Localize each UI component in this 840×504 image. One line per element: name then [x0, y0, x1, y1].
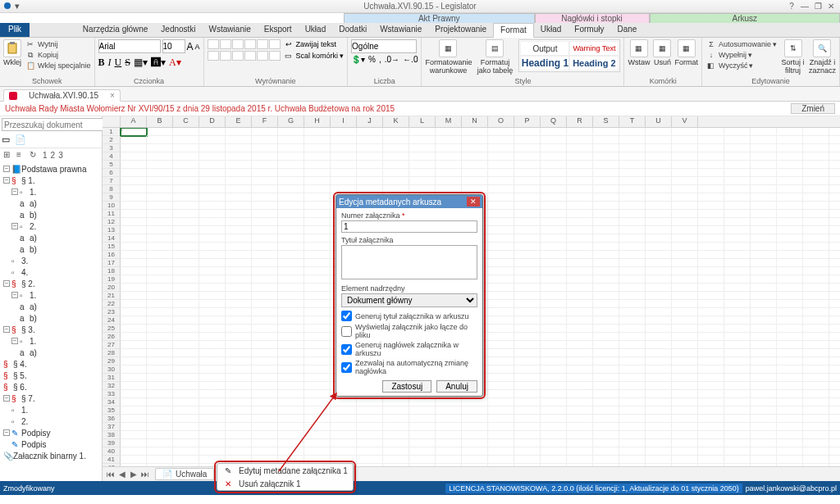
insert-cells-button[interactable]: ▦Wstaw — [628, 39, 650, 66]
conditional-format-button[interactable]: ▦Formatowanie warunkowe — [425, 39, 471, 75]
numer-input[interactable] — [341, 220, 477, 233]
chk-wyswietlaj-lacze[interactable]: Wyświetlaj załącznik jako łącze do pliku — [341, 323, 477, 339]
delete-icon: ▦ — [653, 39, 671, 57]
view-3[interactable]: 3 — [58, 151, 63, 160]
bold-button[interactable]: B — [98, 57, 105, 69]
dec-decimal-button[interactable]: ←.0 — [403, 55, 418, 64]
tytul-textarea[interactable] — [341, 245, 477, 279]
group-edytowanie: ΣAutosumowanie▾ ↓Wypełnij▾ ◧Wyczyść▾ ⇅So… — [702, 38, 840, 86]
tab-narzedzia[interactable]: Narzędzia główne — [76, 23, 155, 37]
cond-format-icon: ▦ — [439, 39, 457, 57]
wrap-icon: ↩ — [283, 39, 294, 49]
font-grow-icon[interactable]: A — [187, 41, 194, 52]
tab-dodatki[interactable]: Dodatki — [332, 23, 373, 37]
autosum-button[interactable]: ΣAutosumowanie▾ — [705, 39, 777, 49]
tab-file[interactable]: Plik — [0, 23, 30, 37]
dialog-close-button[interactable]: ✕ — [467, 197, 480, 207]
sheet-tab-uchwala[interactable]: 📄Uchwała — [155, 468, 214, 480]
document-tab[interactable]: Uchwała.XVI.90.15 × — [3, 89, 121, 102]
tab-wstawianie2[interactable]: Wstawianie — [373, 23, 428, 37]
inc-decimal-button[interactable]: .0→ — [385, 55, 399, 64]
context-tab-arkusz[interactable]: Arkusz — [650, 13, 841, 23]
copy-icon: ⧉ — [25, 50, 36, 60]
document-tab-bar: Uchwała.XVI.90.15 × — [0, 87, 840, 102]
zmien-button[interactable]: Zmień — [791, 103, 835, 114]
number-format-select[interactable] — [351, 39, 417, 53]
document-tree[interactable]: −📘Podstawa prawna −§§ 1. −▫1. aa) ab) −▫… — [0, 161, 102, 481]
format-table-button[interactable]: ▤Formatuj jako tabelę — [474, 39, 515, 75]
tree-icon[interactable]: ⊞ — [3, 150, 13, 160]
delete-icon: ✕ — [222, 479, 234, 488]
comma-button[interactable]: , — [379, 55, 381, 64]
sigma-icon: Σ — [705, 39, 717, 49]
italic-button[interactable]: I — [108, 57, 112, 69]
cut-button[interactable]: ✂Wytnij — [25, 39, 91, 49]
element-select[interactable]: Dokument główny — [341, 293, 477, 307]
app-menu-icon[interactable] — [3, 2, 11, 11]
sort-filter-button[interactable]: ⇅Sortuj i filtruj — [780, 39, 806, 75]
doc-icon — [9, 92, 17, 100]
context-tab-naglowki[interactable]: Nagłówki i stopki — [535, 13, 650, 23]
style-gallery[interactable]: OutputWarning Text Heading 1Heading 2 — [518, 39, 620, 72]
currency-button[interactable]: 💲▾ — [351, 55, 365, 64]
tab-uklad2[interactable]: Układ — [534, 23, 568, 37]
sheet-nav[interactable]: ⏮◀▶⏭ — [106, 470, 150, 479]
doc-tab-close-icon[interactable]: × — [110, 91, 115, 100]
wrap-text-button[interactable]: ↩Zawijaj tekst — [283, 39, 337, 49]
format-icon: ▦ — [678, 39, 696, 57]
help-icon[interactable]: ? — [786, 2, 797, 11]
borders-button[interactable]: ▦▾ — [134, 57, 148, 69]
menu-delete-attachment[interactable]: ✕Usuń załącznik 1 — [217, 477, 353, 490]
paste-button[interactable]: Wklej — [3, 39, 21, 66]
search-input[interactable] — [2, 118, 111, 131]
tab-dane[interactable]: Dane — [610, 23, 643, 37]
window-title: Uchwała.XVI.90.15 - Legislator — [363, 2, 476, 11]
list-icon[interactable]: ≡ — [16, 150, 26, 160]
tab-eksport[interactable]: Eksport — [258, 23, 299, 37]
apply-button[interactable]: Zastosuj — [382, 380, 431, 393]
font-color-button[interactable]: A▾ — [169, 57, 181, 69]
fill-color-button[interactable]: 🅰▾ — [151, 57, 166, 69]
underline-button[interactable]: U — [115, 57, 122, 69]
sidebar-tool-1[interactable]: ▭ — [2, 134, 13, 146]
tab-jednostki[interactable]: Jednostki — [154, 23, 202, 37]
align-buttons-2[interactable] — [208, 51, 281, 61]
cancel-button[interactable]: Anuluj — [436, 380, 477, 393]
view-1[interactable]: 1 — [43, 151, 48, 160]
strike-button[interactable]: S — [125, 57, 130, 69]
fill-button[interactable]: ↓Wypełnij▾ — [705, 50, 777, 60]
column-headers[interactable]: ABCDEFGHIJKLMNOPQRSTUV — [103, 116, 840, 128]
context-tab-akt[interactable]: Akt Prawny — [344, 13, 535, 23]
delete-cells-button[interactable]: ▦Usuń — [653, 39, 671, 66]
clear-button[interactable]: ◧Wyczyść▾ — [705, 61, 777, 70]
chk-zezwalaj-auto[interactable]: Zezwalaj na automatyczną zmianę nagłówka — [341, 359, 477, 375]
tab-format[interactable]: Format — [493, 23, 534, 38]
table-icon: ▤ — [486, 39, 504, 57]
minimize-button[interactable]: — — [799, 2, 810, 11]
find-select-button[interactable]: 🔍Znajdź i zaznacz — [809, 39, 836, 75]
merge-cells-button[interactable]: ▭Scal komórki▾ — [283, 51, 345, 61]
paste-special-button[interactable]: 📋Wklej specjalnie — [25, 61, 91, 70]
refresh-icon[interactable]: ↻ — [30, 150, 39, 160]
format-cells-button[interactable]: ▦Format — [674, 39, 698, 66]
font-family-input[interactable] — [98, 39, 161, 53]
font-size-input[interactable] — [162, 39, 185, 53]
align-buttons[interactable] — [208, 39, 281, 49]
quick-access-icon[interactable]: ▾ — [15, 1, 20, 11]
tab-wstawianie1[interactable]: Wstawianie — [203, 23, 258, 37]
tab-formuly[interactable]: Formuły — [568, 23, 610, 37]
percent-button[interactable]: % — [368, 55, 376, 64]
font-shrink-icon[interactable]: A — [195, 43, 200, 51]
sidebar: ▭ 📄 ⊞ ≡ ↻ 1 2 3 −📘Podstawa prawna −§§ 1.… — [0, 116, 103, 481]
chk-generuj-tytul[interactable]: Generuj tytuł załącznika w arkuszu — [341, 311, 477, 321]
tab-projektowanie[interactable]: Projektowanie — [428, 23, 493, 37]
menu-edit-metadata[interactable]: ✎Edytuj metadane załącznika 1 — [217, 464, 353, 477]
tab-uklad1[interactable]: Układ — [299, 23, 333, 37]
maximize-button[interactable]: ❐ — [812, 2, 824, 11]
sidebar-tool-2[interactable]: 📄 — [15, 134, 26, 146]
copy-button[interactable]: ⧉Kopiuj — [25, 50, 91, 60]
doc-icon: 📄 — [162, 470, 172, 479]
close-button[interactable]: ✕ — [825, 2, 837, 11]
view-2[interactable]: 2 — [51, 151, 56, 160]
chk-generuj-naglowek[interactable]: Generuj nagłówek załącznika w arkuszu — [341, 341, 477, 357]
